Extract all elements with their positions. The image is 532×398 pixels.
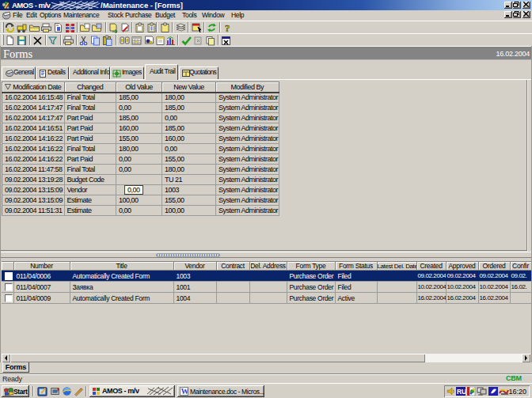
svg-text:?: ? <box>225 22 230 33</box>
svg-text:W: W <box>181 387 189 396</box>
svg-text:RU: RU <box>457 388 466 396</box>
